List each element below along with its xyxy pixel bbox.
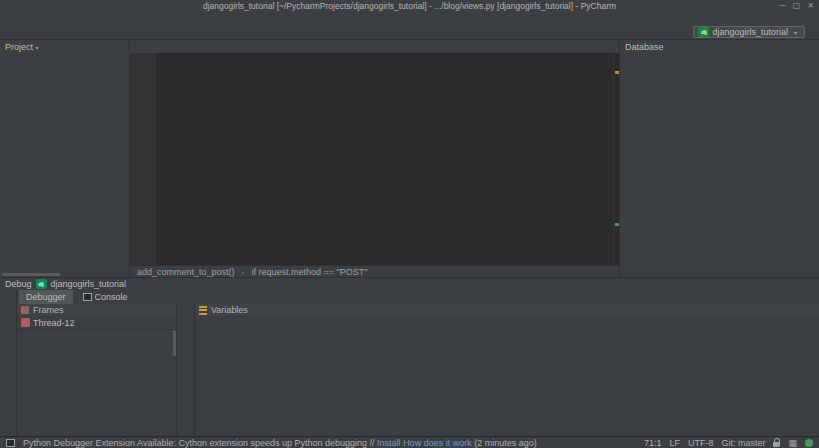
- editor: add_comment_to_post() › if request.metho…: [130, 40, 619, 277]
- thread-selector[interactable]: Thread-12: [17, 316, 176, 330]
- horizontal-scrollbar[interactable]: [2, 273, 60, 276]
- encoding-indicator[interactable]: UTF-8: [688, 438, 714, 448]
- error-stripe[interactable]: [613, 53, 619, 265]
- close-button[interactable]: ✕: [807, 0, 814, 12]
- tab-console[interactable]: Console: [76, 290, 135, 304]
- thread-name: Thread-12: [33, 318, 169, 328]
- breadcrumb-method[interactable]: add_comment_to_post(): [137, 267, 235, 277]
- window-controls: ─ ▢ ✕: [780, 0, 814, 12]
- line-ending-indicator[interactable]: LF: [669, 438, 680, 448]
- lock-icon[interactable]: [773, 442, 780, 447]
- variables-list: [195, 316, 819, 436]
- database-tree: [620, 65, 819, 277]
- breadcrumb-statement[interactable]: if request.method == "POST": [252, 267, 368, 277]
- maximize-button[interactable]: ▢: [793, 0, 801, 12]
- frames-panel: Frames Thread-12: [17, 304, 177, 436]
- variables-title: Variables: [211, 305, 248, 315]
- thread-icon: [21, 318, 30, 327]
- editor-gutter[interactable]: [130, 53, 156, 265]
- terminal-icon: [6, 439, 15, 447]
- navigation-bar: dj djangogirls_tutorial ▾: [0, 25, 819, 39]
- chevron-down-icon: ▾: [36, 45, 39, 51]
- project-panel: Project ▾: [0, 40, 130, 277]
- database-panel: Database: [619, 40, 819, 277]
- hector-icon[interactable]: [805, 439, 813, 447]
- variables-icon: [199, 306, 207, 315]
- how-does-it-work-link[interactable]: How does it work: [403, 438, 472, 448]
- database-toolbar: [620, 53, 819, 65]
- run-configuration-label: djangogirls_tutorial: [712, 27, 788, 37]
- menu-bar: [0, 12, 819, 25]
- caret-position[interactable]: 71:1: [644, 438, 662, 448]
- stripe-mark: [615, 223, 619, 226]
- window-title: djangogirls_tutorial [~/PycharmProjects/…: [203, 1, 616, 11]
- status-bar: Python Debugger Extension Available: Cyt…: [0, 436, 819, 448]
- debug-session-name: djangogirls_tutorial: [51, 279, 127, 289]
- code-area[interactable]: [156, 53, 613, 265]
- git-branch-indicator[interactable]: Git: master: [721, 438, 765, 448]
- debug-tool-window-tab[interactable]: Debug: [5, 279, 32, 289]
- tab-debugger[interactable]: Debugger: [19, 290, 73, 304]
- django-icon: dj: [36, 279, 47, 289]
- title-bar: djangogirls_tutorial [~/PycharmProjects/…: [0, 0, 819, 12]
- main-toolbar: dj djangogirls_tutorial ▾: [693, 26, 813, 38]
- run-configuration-select[interactable]: dj djangogirls_tutorial ▾: [693, 26, 805, 38]
- frames-icon: [21, 306, 29, 314]
- chevron-right-icon: ›: [239, 269, 248, 275]
- install-link[interactable]: Install: [377, 438, 401, 448]
- console-icon: [83, 293, 92, 301]
- stripe-mark: [615, 71, 619, 74]
- status-message: Python Debugger Extension Available: Cyt…: [23, 438, 537, 448]
- database-panel-title: Database: [625, 42, 664, 52]
- frames-title: Frames: [33, 305, 64, 315]
- variables-panel: Variables: [195, 304, 819, 436]
- django-icon: dj: [698, 27, 709, 37]
- editor-tabs: [130, 40, 619, 53]
- minimize-button[interactable]: ─: [780, 0, 786, 12]
- frames-side-toolbar: [177, 304, 195, 436]
- debug-left-toolbar: [0, 290, 17, 436]
- project-tree: [0, 53, 129, 277]
- grid-icon[interactable]: ▦: [788, 438, 797, 448]
- debug-panel: Debug dj djangogirls_tutorial Debugger C…: [0, 277, 819, 436]
- chevron-down-icon: ▾: [791, 29, 800, 36]
- vertical-scrollbar[interactable]: [173, 330, 176, 356]
- editor-breadcrumb-bar: add_comment_to_post() › if request.metho…: [130, 265, 619, 277]
- frames-list: [17, 330, 176, 436]
- project-panel-title[interactable]: Project ▾: [5, 42, 39, 52]
